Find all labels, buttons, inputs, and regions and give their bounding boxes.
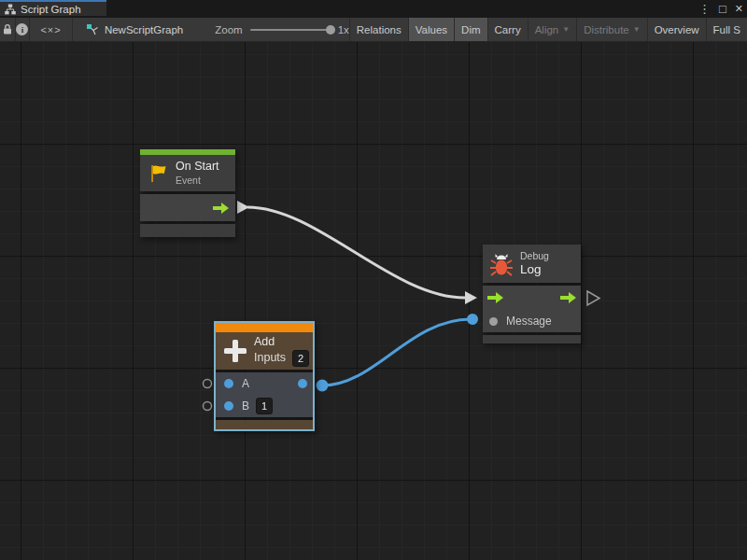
script-graph-icon (5, 4, 16, 15)
chevron-down-icon: ▼ (633, 26, 641, 34)
graph-toolbar: i <×> NewScriptGraph Zoom 1x Relations V… (0, 18, 747, 42)
window-controls: ⋮ □ ✕ (698, 0, 743, 18)
sum-output-port[interactable] (298, 379, 307, 388)
distribute-label: Distribute (584, 24, 629, 35)
zoom-control: Zoom 1x (215, 18, 349, 41)
tab-label: Script Graph (21, 4, 81, 15)
port-b-label: B (242, 399, 249, 413)
carry-label: Carry (495, 24, 521, 35)
fullscreen-button[interactable]: Full S (706, 18, 747, 41)
node-title: Log (520, 262, 549, 277)
tab-bar: Script Graph ⋮ □ ✕ (0, 0, 747, 18)
lock-icon (2, 23, 13, 35)
relations-button[interactable]: Relations (349, 18, 408, 41)
message-port-label: Message (506, 315, 552, 328)
carry-button[interactable]: Carry (487, 18, 528, 41)
port-b-value-field[interactable]: 1 (256, 398, 273, 414)
zoom-value: 1x (338, 24, 349, 35)
bug-icon (489, 252, 514, 276)
zoom-slider-handle[interactable] (326, 25, 335, 35)
overview-label: Overview (655, 24, 699, 35)
node-footer (216, 420, 313, 429)
overview-button[interactable]: Overview (647, 18, 706, 41)
graph-canvas[interactable] (0, 42, 747, 560)
flow-output-port-icon[interactable] (560, 292, 576, 303)
code-icon: <×> (40, 24, 61, 35)
tab-script-graph[interactable]: Script Graph (0, 0, 106, 16)
close-icon[interactable]: ✕ (735, 4, 743, 14)
add-accent-band (216, 323, 313, 332)
node-subtitle: Event (176, 175, 219, 187)
flow-output-port-icon[interactable] (213, 203, 229, 214)
values-button[interactable]: Values (408, 18, 454, 41)
align-dropdown[interactable]: Align ▼ (528, 18, 577, 41)
node-on-start[interactable]: On Start Event (140, 149, 235, 237)
flow-input-port-icon[interactable] (487, 292, 503, 303)
values-label: Values (416, 24, 447, 35)
code-preview-button[interactable]: <×> (30, 18, 73, 41)
node-add[interactable]: Add Inputs 2 A B 1 (214, 321, 315, 431)
maximize-icon[interactable]: □ (719, 3, 726, 15)
info-icon: i (16, 23, 28, 35)
unity-script-graph-window: Script Graph ⋮ □ ✕ i <×> NewScriptGraph (0, 0, 747, 560)
node-title: On Start (176, 160, 219, 175)
relations-label: Relations (357, 24, 402, 35)
port-a-label: A (242, 377, 249, 390)
inspect-button[interactable]: i (16, 18, 30, 41)
inputs-count-field[interactable]: 2 (292, 350, 309, 367)
port-row-b: B 1 (216, 395, 313, 417)
graph-name-label: NewScriptGraph (105, 24, 183, 35)
chevron-down-icon: ▼ (562, 26, 570, 34)
plus-icon (222, 338, 248, 364)
align-label: Align (535, 24, 559, 35)
dim-button[interactable]: Dim (454, 18, 486, 41)
dim-label: Dim (461, 24, 480, 35)
zoom-label: Zoom (215, 24, 242, 35)
graph-name-breadcrumb[interactable]: NewScriptGraph (86, 18, 183, 41)
menu-icon[interactable]: ⋮ (698, 3, 711, 15)
port-row-a: A (216, 372, 313, 395)
message-input-port[interactable] (489, 317, 498, 326)
fullscreen-label: Full S (713, 24, 740, 35)
node-subtitle: Inputs (254, 351, 286, 366)
node-surtitle: Debug (520, 250, 549, 262)
node-debug-log[interactable]: Debug Log Message (483, 245, 581, 343)
lock-button[interactable] (0, 18, 16, 41)
toolbar-toggle-group: Relations Values Dim Carry Align ▼ Distr… (349, 18, 747, 41)
graph-asset-icon (86, 23, 99, 35)
zoom-slider[interactable] (250, 29, 331, 31)
flag-icon (148, 162, 170, 185)
value-input-port-b[interactable] (224, 401, 233, 411)
node-footer (483, 335, 581, 343)
distribute-dropdown[interactable]: Distribute ▼ (576, 18, 647, 41)
node-title: Add (254, 335, 309, 350)
node-footer (140, 224, 235, 237)
value-input-port-a[interactable] (224, 379, 233, 388)
